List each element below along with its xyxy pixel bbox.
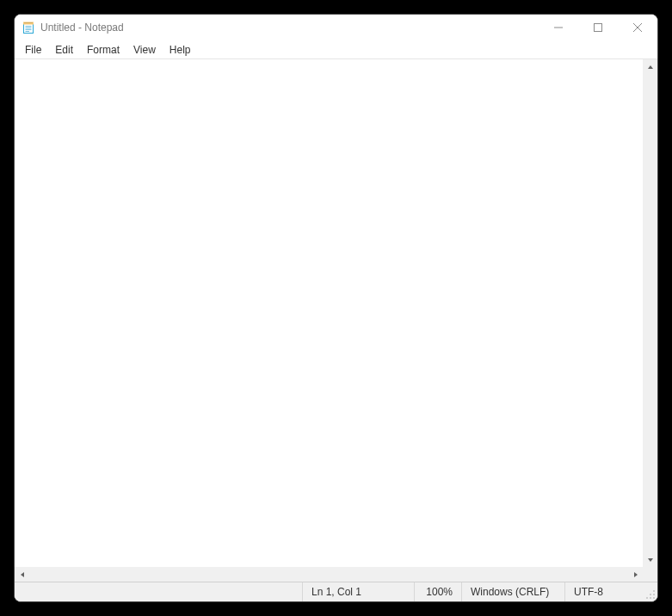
notepad-window: Untitled - Notepad File Edit Format View… — [14, 14, 658, 602]
statusbar: Ln 1, Col 1 100% Windows (CRLF) UTF-8 — [15, 582, 657, 601]
status-zoom: 100% — [415, 582, 462, 601]
maximize-button[interactable] — [578, 15, 618, 40]
notepad-icon — [22, 21, 35, 34]
menubar: File Edit Format View Help — [15, 40, 657, 59]
svg-point-5 — [30, 22, 31, 23]
scroll-left-icon[interactable] — [15, 567, 29, 582]
scroll-right-icon[interactable] — [628, 567, 643, 582]
svg-point-19 — [650, 597, 651, 599]
scroll-down-icon[interactable] — [643, 552, 657, 567]
vertical-scrollbar[interactable] — [643, 59, 657, 567]
vertical-scroll-track[interactable] — [643, 74, 657, 552]
svg-point-20 — [653, 597, 655, 599]
status-position: Ln 1, Col 1 — [303, 582, 415, 601]
svg-point-3 — [27, 22, 28, 23]
text-editor[interactable] — [15, 59, 643, 567]
svg-point-18 — [646, 597, 648, 599]
menu-view[interactable]: View — [126, 42, 163, 58]
status-line-ending: Windows (CRLF) — [462, 582, 565, 601]
titlebar[interactable]: Untitled - Notepad — [15, 15, 657, 40]
status-encoding: UTF-8 — [565, 582, 643, 601]
svg-point-2 — [25, 22, 26, 23]
editor-area — [15, 59, 657, 582]
menu-format[interactable]: Format — [80, 42, 126, 58]
window-controls — [539, 15, 657, 40]
svg-point-17 — [653, 594, 655, 595]
scroll-up-icon[interactable] — [643, 59, 657, 74]
menu-help[interactable]: Help — [163, 42, 198, 58]
horizontal-scrollbar[interactable] — [15, 567, 643, 582]
resize-grip-icon[interactable] — [643, 582, 657, 601]
minimize-button[interactable] — [539, 15, 578, 40]
svg-point-16 — [650, 594, 651, 595]
menu-edit[interactable]: Edit — [48, 42, 80, 58]
svg-point-6 — [32, 22, 33, 23]
svg-point-4 — [28, 22, 29, 23]
close-button[interactable] — [618, 15, 657, 40]
menu-file[interactable]: File — [18, 42, 48, 58]
window-title: Untitled - Notepad — [40, 22, 539, 34]
scroll-corner — [643, 567, 657, 582]
svg-point-15 — [653, 590, 655, 592]
svg-rect-12 — [595, 24, 602, 32]
horizontal-scroll-track[interactable] — [29, 567, 628, 582]
status-spacer — [15, 582, 303, 601]
